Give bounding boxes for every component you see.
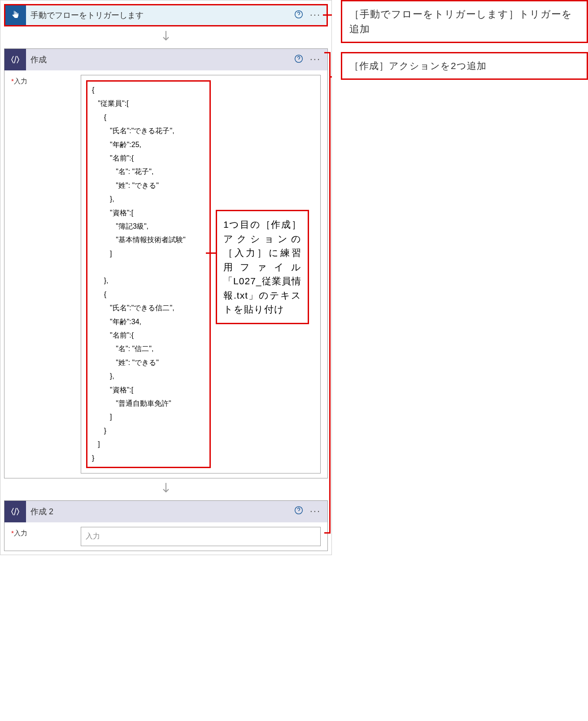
compose1-header[interactable]: 作成 ... bbox=[4, 49, 327, 70]
annotation-paste-file: 1つ目の［作成］アクションの［入力］に練習用ファイル「L027_従業員情報.tx… bbox=[216, 210, 309, 324]
compose-icon bbox=[4, 49, 26, 70]
more-menu-icon[interactable]: ... bbox=[310, 7, 321, 18]
help-icon[interactable] bbox=[294, 506, 303, 517]
annotation-connector bbox=[206, 252, 216, 254]
help-icon[interactable] bbox=[294, 54, 303, 65]
flow-arrow-icon bbox=[0, 482, 331, 497]
compose2-body: *入力 入力 bbox=[4, 522, 327, 551]
compose-action-card-1[interactable]: 作成 ... *入力 { "従業員":[ { "氏名":"できる花子", "年齢… bbox=[4, 48, 328, 478]
trigger-title: 手動でフローをトリガーします bbox=[26, 10, 294, 21]
input-label: *入力 bbox=[11, 75, 76, 473]
compose2-title: 作成 2 bbox=[26, 506, 294, 517]
compose-action-card-2[interactable]: 作成 2 ... *入力 入力 bbox=[4, 500, 328, 551]
more-menu-icon[interactable]: ... bbox=[310, 51, 321, 63]
more-menu-icon[interactable]: ... bbox=[310, 503, 321, 515]
annotation-sidebar: ［手動でフローをトリガーします］トリガーを追加 ［作成］アクションを2つ追加 bbox=[332, 0, 588, 555]
compose1-input-field[interactable]: { "従業員":[ { "氏名":"できる花子", "年齢":25, "名前":… bbox=[81, 75, 321, 473]
json-input-content[interactable]: { "従業員":[ { "氏名":"できる花子", "年齢":25, "名前":… bbox=[86, 80, 211, 469]
flow-arrow-icon bbox=[0, 30, 331, 45]
annotation-trigger: ［手動でフローをトリガーします］トリガーを追加 bbox=[341, 0, 588, 43]
trigger-header[interactable]: 手動でフローをトリガーします ... bbox=[4, 4, 327, 26]
manual-trigger-icon bbox=[4, 4, 26, 26]
annotation-two-compose: ［作成］アクションを2つ追加 bbox=[341, 52, 588, 80]
compose2-header[interactable]: 作成 2 ... bbox=[4, 501, 327, 522]
annotation-connector-1 bbox=[323, 14, 332, 16]
compose2-input-field[interactable]: 入力 bbox=[81, 527, 321, 546]
annotation-bracket bbox=[324, 52, 331, 534]
compose-icon bbox=[4, 501, 26, 522]
trigger-card[interactable]: 手動でフローをトリガーします ... bbox=[4, 4, 328, 26]
compose1-title: 作成 bbox=[26, 54, 294, 65]
input-label: *入力 bbox=[11, 527, 76, 546]
help-icon[interactable] bbox=[294, 10, 303, 21]
compose1-body: *入力 { "従業員":[ { "氏名":"できる花子", "年齢":25, "… bbox=[4, 70, 327, 478]
input-placeholder: 入力 bbox=[86, 532, 100, 540]
annotation-connector-2 bbox=[331, 76, 332, 78]
flow-designer-canvas: 手動でフローをトリガーします ... 作成 bbox=[0, 0, 332, 555]
